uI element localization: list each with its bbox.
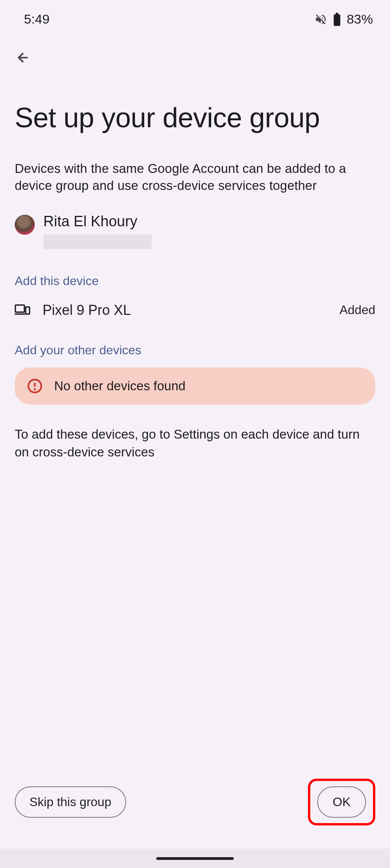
svg-rect-0 xyxy=(334,14,340,26)
device-row: Pixel 9 Pro XL Added xyxy=(15,302,375,318)
section-this-device: Add this device xyxy=(15,274,375,288)
arrow-left-icon xyxy=(15,50,31,65)
ok-highlight-box: OK xyxy=(308,779,375,825)
section-other-devices: Add your other devices xyxy=(15,343,375,357)
warning-text: No other devices found xyxy=(54,379,185,393)
account-row: Rita El Khoury xyxy=(15,213,375,249)
bottom-bar: Skip this group OK xyxy=(0,779,390,849)
ok-button[interactable]: OK xyxy=(317,786,366,818)
svg-rect-1 xyxy=(335,13,338,15)
status-battery: 83% xyxy=(347,12,373,27)
svg-rect-4 xyxy=(26,307,29,314)
nav-bar xyxy=(0,849,390,868)
status-right: 83% xyxy=(314,12,373,27)
device-name: Pixel 9 Pro XL xyxy=(43,302,327,318)
devices-icon xyxy=(15,304,30,316)
skip-button[interactable]: Skip this group xyxy=(15,786,126,818)
avatar xyxy=(15,215,35,235)
device-status: Added xyxy=(339,303,375,317)
page-title: Set up your device group xyxy=(15,102,375,134)
svg-point-7 xyxy=(34,389,35,390)
battery-icon xyxy=(333,13,341,26)
help-text: To add these devices, go to Settings on … xyxy=(15,425,375,461)
account-name: Rita El Khoury xyxy=(43,213,152,230)
svg-rect-2 xyxy=(15,305,24,312)
warning-box: No other devices found xyxy=(15,367,375,405)
content: Set up your device group Devices with th… xyxy=(0,67,390,779)
mute-icon xyxy=(314,13,327,26)
status-bar: 5:49 83% xyxy=(0,0,390,34)
back-button[interactable] xyxy=(0,34,390,67)
account-email-redacted xyxy=(43,234,152,249)
status-time: 5:49 xyxy=(24,12,50,27)
page-description: Devices with the same Google Account can… xyxy=(15,160,375,195)
alert-icon xyxy=(27,378,43,394)
nav-handle[interactable] xyxy=(156,857,234,860)
